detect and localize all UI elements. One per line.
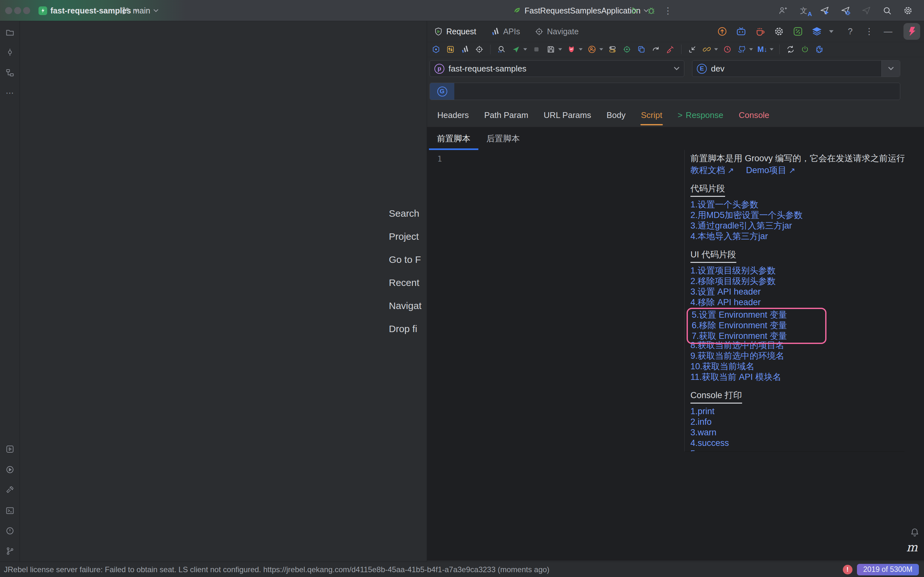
doc-snippet-link[interactable]: 11.获取当前 API 模块名 — [690, 372, 905, 382]
tab-pre-script[interactable]: 前置脚本 — [429, 127, 478, 150]
doc-snippet-link[interactable]: 7.获取 Environment 变量 — [692, 331, 825, 342]
tab-headers[interactable]: Headers — [430, 103, 477, 127]
window-zoom-button[interactable] — [23, 7, 30, 14]
build-icon[interactable] — [4, 484, 16, 496]
doc-snippet-link[interactable]: 1.print — [690, 406, 905, 417]
link-icon[interactable] — [702, 44, 712, 55]
send-plane-disabled-icon[interactable] — [861, 5, 871, 16]
minimize-icon[interactable]: — — [883, 26, 893, 37]
upgrade-icon[interactable] — [717, 26, 728, 37]
chevron-down-icon[interactable] — [826, 26, 837, 37]
doc-snippet-link[interactable]: 5.设置 Environment 变量 — [692, 309, 825, 320]
services-icon[interactable] — [4, 443, 16, 455]
apifox-icon[interactable] — [566, 44, 577, 55]
search-icon[interactable] — [882, 5, 892, 16]
script-editor[interactable]: 1 前置脚本是用 Groovy 编写的，它会在发送请求之前运行 教程文档 ↗ D… — [427, 150, 924, 561]
redo-icon[interactable] — [651, 44, 661, 55]
url-input[interactable] — [454, 87, 900, 97]
add-user-icon[interactable] — [778, 5, 788, 16]
layers-icon[interactable] — [811, 26, 822, 37]
doc-snippet-link[interactable]: 2.用MD5加密设置一个头参数 — [690, 210, 905, 221]
clean-icon[interactable] — [665, 44, 675, 55]
project-config-icon[interactable] — [431, 44, 441, 55]
doc-snippet-link[interactable]: 9.获取当前选中的环境名 — [690, 351, 905, 361]
toggles-icon[interactable] — [607, 44, 618, 55]
search-api-icon[interactable] — [496, 44, 507, 55]
method-badge[interactable]: G — [430, 83, 454, 100]
translate-icon[interactable]: 文A — [798, 5, 809, 16]
dropdown-caret-icon[interactable] — [770, 48, 774, 51]
terminal-icon[interactable] — [4, 505, 16, 516]
navigate-target-icon[interactable] — [474, 44, 485, 55]
window-close-button[interactable] — [5, 7, 12, 14]
tab-post-script[interactable]: 后置脚本 — [478, 127, 528, 150]
tab-navigate[interactable]: Navigate — [535, 27, 579, 36]
fast-request-logo[interactable] — [903, 23, 920, 40]
tab-console[interactable]: Console — [731, 103, 777, 127]
doc-snippet-link[interactable]: 4.success — [690, 438, 905, 448]
problems-icon[interactable] — [4, 525, 16, 537]
debug-button[interactable] — [645, 5, 658, 17]
personal-config-icon[interactable] — [587, 44, 597, 55]
status-message[interactable]: JRebel license server failure: Failed to… — [4, 565, 549, 574]
tab-request[interactable]: Request — [434, 27, 476, 36]
notifications-bell-icon[interactable] — [910, 528, 919, 537]
markdown-icon[interactable]: M↓ — [757, 44, 767, 55]
doc-link-demo[interactable]: Demo项目 ↗ — [746, 165, 795, 175]
doc-link-tutorial[interactable]: 教程文档 ↗ — [690, 165, 734, 175]
dropdown-caret-icon[interactable] — [558, 48, 562, 51]
tab-body[interactable]: Body — [599, 103, 633, 127]
structure-icon[interactable] — [4, 67, 16, 79]
dropdown-caret-icon[interactable] — [579, 48, 583, 51]
more-actions-icon[interactable]: ⋮ — [662, 5, 674, 17]
dropdown-caret-icon[interactable] — [599, 48, 603, 51]
dropdown-caret-icon[interactable] — [714, 48, 718, 51]
doc-snippet-link[interactable]: 5.error — [690, 448, 905, 452]
error-badge-icon[interactable]: ! — [843, 565, 853, 574]
version-control-icon[interactable] — [4, 545, 16, 557]
more-tools-icon[interactable]: ⋯ — [4, 87, 16, 99]
run-button[interactable] — [628, 5, 641, 17]
send-plane-settings-icon[interactable] — [840, 5, 851, 16]
dropdown-caret-icon[interactable] — [749, 48, 753, 51]
doc-snippet-link[interactable]: 4.本地导入第三方jar — [690, 231, 905, 242]
tab-response[interactable]: >Response — [670, 103, 731, 127]
sync-icon[interactable] — [785, 44, 796, 55]
memory-indicator[interactable]: 2019 of 5300M — [857, 564, 919, 575]
branch-widget[interactable]: main — [121, 0, 158, 21]
tab-url-params[interactable]: URL Params — [536, 103, 599, 127]
help-icon[interactable]: ? — [845, 26, 856, 37]
doc-snippet-link[interactable]: 1.设置一个头参数 — [690, 199, 905, 210]
doc-snippet-link[interactable]: 6.移除 Environment 变量 — [692, 320, 825, 331]
doc-snippet-link[interactable]: 3.warn — [690, 427, 905, 438]
window-minimize-button[interactable] — [14, 7, 21, 14]
send-plane-cursor-icon[interactable] — [819, 5, 830, 16]
doc-snippet-link[interactable]: 10.获取当前域名 — [690, 361, 905, 372]
coffee-icon[interactable] — [754, 26, 766, 37]
project-folder-icon[interactable] — [4, 27, 16, 38]
copy-icon[interactable] — [636, 44, 646, 55]
power-icon[interactable] — [800, 44, 810, 55]
scan-icon[interactable] — [792, 26, 803, 37]
doc-snippet-link[interactable]: 3.通过gradle引入第三方jar — [690, 221, 905, 231]
dropdown-caret-icon[interactable] — [523, 48, 527, 51]
doc-snippet-link[interactable]: 1.设置项目级别头参数 — [690, 266, 905, 276]
settings-panel-icon[interactable] — [445, 44, 456, 55]
chevron-down-icon[interactable] — [881, 61, 900, 77]
api-chart-icon[interactable] — [460, 44, 470, 55]
doc-snippet-link[interactable]: 2.移除项目级别头参数 — [690, 276, 905, 287]
github-icon[interactable] — [737, 44, 747, 55]
doc-snippet-link[interactable]: 4.移除 API header — [690, 297, 905, 308]
run-icon[interactable] — [4, 464, 16, 475]
tab-apis[interactable]: APIs — [491, 27, 520, 36]
project-select[interactable]: p fast-request-samples — [430, 60, 684, 77]
tab-script[interactable]: Script — [633, 103, 670, 127]
plugin-icon[interactable] — [814, 44, 825, 55]
doc-snippet-link[interactable]: 3.设置 API header — [690, 287, 905, 297]
send-request-icon[interactable] — [511, 44, 521, 55]
environment-select[interactable]: E dev — [692, 60, 900, 77]
commit-icon[interactable] — [4, 47, 16, 58]
tab-path-param[interactable]: Path Param — [477, 103, 536, 127]
tv-icon[interactable] — [736, 26, 746, 37]
environment-target-icon[interactable] — [622, 44, 632, 55]
